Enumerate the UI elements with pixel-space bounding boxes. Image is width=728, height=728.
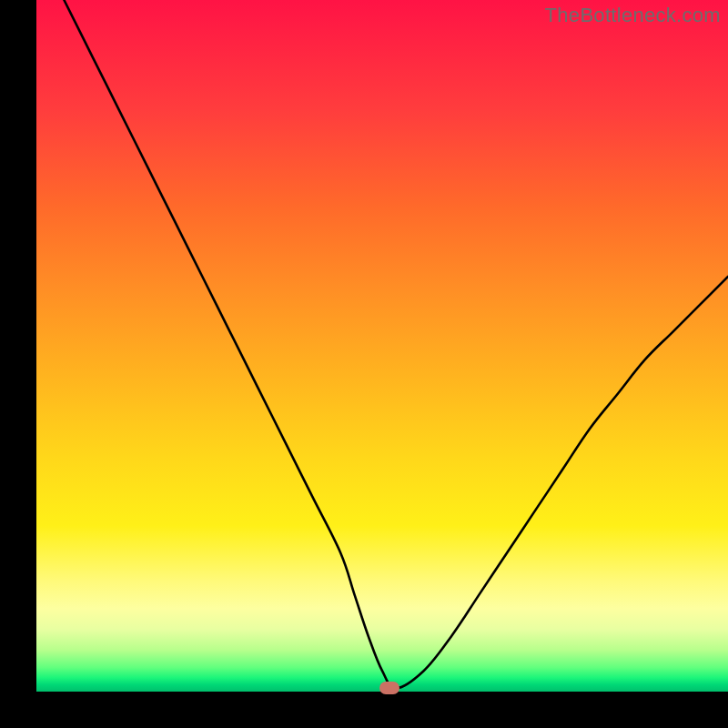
bottleneck-curve: [36, 0, 728, 692]
chart-stage: TheBottleneck.com: [0, 0, 728, 728]
minimum-marker: [379, 682, 399, 694]
plot-area: TheBottleneck.com: [36, 0, 728, 692]
